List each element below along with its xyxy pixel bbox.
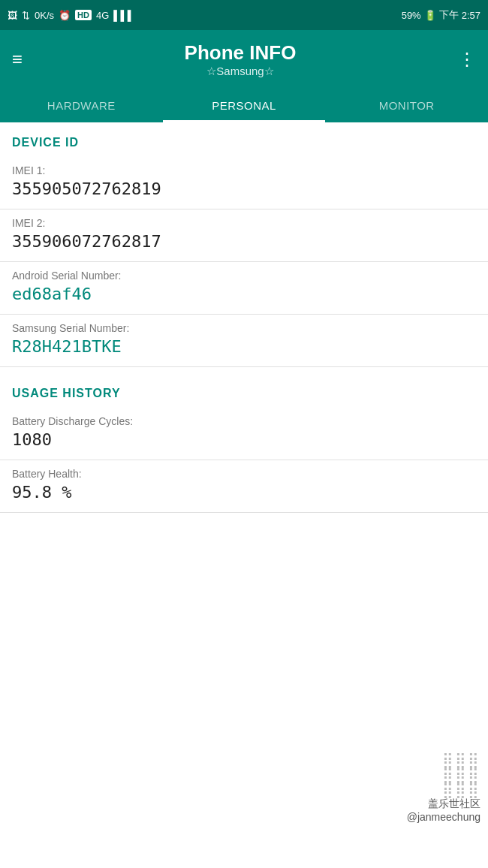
imei2-value: 355906072762817: [12, 232, 476, 251]
battery-health-value: 95.8 %: [12, 483, 476, 502]
watermark-line2: @janmeechung: [407, 811, 480, 823]
samsung-serial-label: Samsung Serial Number:: [12, 322, 476, 334]
tab-monitor[interactable]: MONITOR: [325, 89, 488, 122]
photo-icon: 🖼: [8, 10, 17, 21]
app-bar: ≡ Phone INFO ☆Samsung☆ ⋮: [0, 30, 488, 89]
hd-badge: HD: [75, 10, 92, 20]
imei1-value: 355905072762819: [12, 179, 476, 198]
battery-icon: 🔋: [424, 10, 436, 21]
app-title: Phone INFO: [185, 41, 297, 65]
signal-icon: ▌▌▌: [113, 10, 134, 21]
watermark-line1: 盖乐世社区: [407, 797, 480, 811]
imei2-block: IMEI 2: 355906072762817: [0, 209, 488, 262]
status-bar-right: 59% 🔋 下午 2:57: [402, 8, 480, 22]
sync-icon: ⇅: [22, 10, 30, 21]
device-id-section-header: DEVICE ID: [0, 122, 488, 157]
samsung-serial-block: Samsung Serial Number: R28H421BTKE: [0, 315, 488, 367]
alarm-icon: ⏰: [59, 10, 71, 21]
app-subtitle: ☆Samsung☆: [206, 65, 273, 78]
android-serial-label: Android Serial Number:: [12, 270, 476, 282]
battery-cycles-label: Battery Discharge Cycles:: [12, 415, 476, 427]
status-bar: 🖼 ⇅ 0K/s ⏰ HD 4G ▌▌▌ 59% 🔋 下午 2:57: [0, 0, 488, 30]
device-id-title: DEVICE ID: [12, 136, 476, 149]
tab-hardware[interactable]: HARDWARE: [0, 89, 163, 122]
android-serial-block: Android Serial Number: ed68af46: [0, 262, 488, 315]
app-bar-title: Phone INFO ☆Samsung☆: [185, 41, 297, 78]
tab-bar: HARDWARE PERSONAL MONITOR: [0, 89, 488, 122]
battery-cycles-value: 1080: [12, 430, 476, 449]
status-bar-left: 🖼 ⇅ 0K/s ⏰ HD 4G ▌▌▌: [8, 10, 134, 21]
speed-text: 0K/s: [35, 10, 54, 21]
usage-history-title: USAGE HISTORY: [12, 387, 476, 400]
samsung-serial-value: R28H421BTKE: [12, 337, 476, 356]
battery-text: 59%: [402, 10, 421, 21]
imei1-block: IMEI 1: 355905072762819: [0, 157, 488, 209]
imei2-label: IMEI 2:: [12, 217, 476, 229]
more-button[interactable]: ⋮: [458, 49, 476, 70]
watermark: ⣿⣿⣿⣿⣿⣿⣿⣿⣿ 盖乐世社区 @janmeechung: [407, 752, 480, 823]
period-text: 下午: [439, 8, 459, 22]
android-serial-value: ed68af46: [12, 285, 476, 303]
time-text: 2:57: [462, 10, 480, 21]
battery-health-label: Battery Health:: [12, 468, 476, 480]
watermark-dots: ⣿⣿⣿⣿⣿⣿⣿⣿⣿: [407, 752, 480, 797]
content-area: DEVICE ID IMEI 1: 355905072762819 IMEI 2…: [0, 122, 488, 573]
usage-history-section-header: USAGE HISTORY: [0, 373, 488, 408]
network-text: 4G: [96, 10, 109, 21]
hamburger-button[interactable]: ≡: [12, 49, 23, 70]
tab-personal[interactable]: PERSONAL: [163, 89, 326, 122]
battery-cycles-block: Battery Discharge Cycles: 1080: [0, 408, 488, 460]
battery-health-block: Battery Health: 95.8 %: [0, 460, 488, 513]
imei1-label: IMEI 1:: [12, 164, 476, 176]
